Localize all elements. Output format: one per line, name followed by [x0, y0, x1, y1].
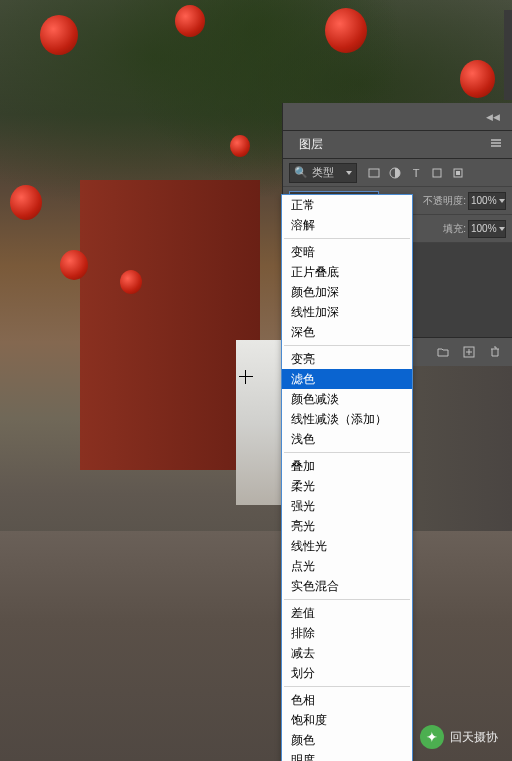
folder-icon[interactable]: [436, 345, 450, 359]
filter-type-select[interactable]: 🔍 类型: [289, 163, 357, 183]
fill-input[interactable]: 100%: [468, 220, 506, 238]
watermark: ✦ 回天摄协: [420, 725, 498, 749]
blend-mode-option[interactable]: 排除: [282, 623, 412, 643]
opacity-input[interactable]: 100%: [468, 192, 506, 210]
fill-label[interactable]: 填充:: [443, 222, 466, 236]
blend-mode-option[interactable]: 正常: [282, 195, 412, 215]
filter-type-text-icon[interactable]: T: [409, 166, 423, 180]
blend-mode-option[interactable]: 叠加: [282, 456, 412, 476]
blend-mode-option[interactable]: 强光: [282, 496, 412, 516]
blend-mode-option[interactable]: 划分: [282, 663, 412, 683]
scrollbar-vertical[interactable]: [504, 10, 512, 100]
blend-mode-option[interactable]: 变暗: [282, 242, 412, 262]
blend-mode-option[interactable]: 明度: [282, 750, 412, 761]
new-layer-icon[interactable]: [462, 345, 476, 359]
panel-header: ◀◀: [283, 103, 512, 131]
blend-mode-option[interactable]: 滤色: [282, 369, 412, 389]
svg-rect-0: [369, 169, 379, 177]
panel-tabs: 图层: [283, 131, 512, 159]
blend-mode-option[interactable]: 颜色: [282, 730, 412, 750]
wechat-icon: ✦: [420, 725, 444, 749]
photo-lantern: [460, 60, 495, 98]
filter-shape-icon[interactable]: [430, 166, 444, 180]
caret-down-icon: [346, 171, 352, 175]
blend-mode-option[interactable]: 亮光: [282, 516, 412, 536]
photo-lantern: [230, 135, 250, 157]
caret-down-icon: [499, 227, 505, 231]
blend-mode-option[interactable]: 柔光: [282, 476, 412, 496]
filter-smartobject-icon[interactable]: [451, 166, 465, 180]
photo-lantern: [325, 8, 367, 53]
search-icon: 🔍: [294, 166, 308, 179]
svg-rect-2: [433, 169, 441, 177]
blend-mode-option[interactable]: 变亮: [282, 349, 412, 369]
blend-mode-dropdown[interactable]: 正常溶解变暗正片叠底颜色加深线性加深深色变亮滤色颜色减淡线性减淡（添加）浅色叠加…: [281, 194, 413, 761]
opacity-group: 不透明度: 100%: [423, 192, 506, 210]
caret-down-icon: [499, 199, 505, 203]
photo-doorway: [236, 340, 286, 505]
blend-mode-option[interactable]: 实色混合: [282, 576, 412, 596]
photo-building: [80, 180, 260, 470]
fill-group: 填充: 100%: [443, 220, 506, 238]
blend-mode-option[interactable]: 线性光: [282, 536, 412, 556]
blend-mode-option[interactable]: 深色: [282, 322, 412, 342]
double-chevron-icon[interactable]: ◀◀: [486, 112, 500, 122]
panel-menu-button[interactable]: [486, 137, 506, 152]
trash-icon[interactable]: [488, 345, 502, 359]
photo-lantern: [60, 250, 88, 280]
filter-pixel-icon[interactable]: [367, 166, 381, 180]
dropdown-separator: [284, 452, 410, 453]
dropdown-separator: [284, 686, 410, 687]
watermark-text: 回天摄协: [450, 729, 498, 746]
photo-lantern: [120, 270, 142, 294]
blend-mode-option[interactable]: 颜色加深: [282, 282, 412, 302]
photo-lantern: [175, 5, 205, 37]
blend-mode-option[interactable]: 减去: [282, 643, 412, 663]
filter-icons: T: [367, 166, 465, 180]
photo-lantern: [10, 185, 42, 220]
photo-lantern: [40, 15, 78, 55]
blend-mode-option[interactable]: 溶解: [282, 215, 412, 235]
filter-row: 🔍 类型 T: [283, 159, 512, 187]
blend-mode-option[interactable]: 饱和度: [282, 710, 412, 730]
filter-type-label: 类型: [312, 165, 334, 180]
dropdown-separator: [284, 238, 410, 239]
blend-mode-option[interactable]: 线性减淡（添加）: [282, 409, 412, 429]
hamburger-icon: [490, 137, 502, 149]
blend-mode-option[interactable]: 正片叠底: [282, 262, 412, 282]
filter-adjustment-icon[interactable]: [388, 166, 402, 180]
blend-mode-option[interactable]: 线性加深: [282, 302, 412, 322]
svg-rect-4: [456, 171, 460, 175]
blend-mode-option[interactable]: 颜色减淡: [282, 389, 412, 409]
dropdown-separator: [284, 599, 410, 600]
blend-mode-option[interactable]: 点光: [282, 556, 412, 576]
tab-layers[interactable]: 图层: [289, 132, 333, 157]
blend-mode-option[interactable]: 色相: [282, 690, 412, 710]
blend-mode-option[interactable]: 浅色: [282, 429, 412, 449]
opacity-label[interactable]: 不透明度:: [423, 194, 466, 208]
blend-mode-option[interactable]: 差值: [282, 603, 412, 623]
dropdown-separator: [284, 345, 410, 346]
